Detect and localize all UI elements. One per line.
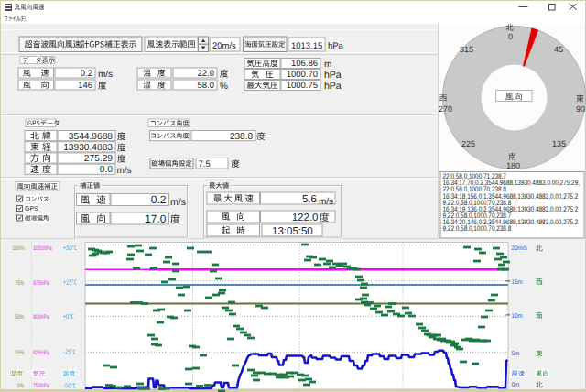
svg-text:13930.4883: 13930.4883 [63,143,113,153]
svg-text:975hPa: 975hPa [33,280,49,287]
svg-text:0: 0 [508,32,513,41]
svg-text:0.0: 0.0 [100,165,113,175]
svg-text:9,22.0,58.0,1000.70,238.8: 9,22.0,58.0,1000.70,238.8 [443,224,512,233]
svg-text:750hPa: 750hPa [33,383,49,389]
svg-text:m/s: m/s [98,70,113,80]
svg-text:100%: 100% [12,245,24,252]
svg-text:%: % [220,82,228,92]
svg-text:10m: 10m [512,313,523,320]
svg-text:238.8: 238.8 [230,132,253,142]
svg-text:15m: 15m [512,279,523,286]
svg-text:0%: 0% [17,383,25,389]
svg-text:20m/s: 20m/s [512,245,528,252]
svg-text:hPa: hPa [328,41,344,51]
svg-text:315: 315 [460,45,473,54]
svg-text:hPa: hPa [324,70,342,81]
svg-text:122.0: 122.0 [292,212,319,223]
svg-text:3544.9688: 3544.9688 [69,132,113,142]
svg-text:1013.15: 1013.15 [291,41,322,51]
svg-text:1000.75: 1000.75 [287,81,318,91]
svg-text:146: 146 [78,81,92,91]
svg-text:106.86: 106.86 [291,59,318,69]
svg-text:75%: 75% [15,280,25,287]
svg-text:1050hPa: 1050hPa [33,245,52,252]
svg-text:135: 135 [552,139,566,148]
svg-text:m/s: m/s [117,166,132,176]
svg-text:13:05:50: 13:05:50 [272,226,313,237]
svg-text:180: 180 [506,161,520,170]
svg-text:22.0: 22.0 [198,69,215,79]
svg-text:5m: 5m [512,351,520,357]
svg-text:GPS: GPS [25,206,38,212]
svg-text:0m: 0m [512,382,520,388]
svg-text:58.0: 58.0 [198,81,215,91]
svg-text:50%: 50% [15,314,25,321]
svg-text:1000.70: 1000.70 [287,70,318,80]
svg-text:90: 90 [576,104,585,114]
svg-text:25%: 25% [15,350,25,356]
svg-text:45: 45 [554,45,563,54]
svg-text:270: 270 [439,104,452,114]
svg-text:20m/s: 20m/s [212,41,236,51]
svg-text:m/s: m/s [170,197,186,208]
svg-text:275.29: 275.29 [84,154,113,164]
svg-text:m: m [324,60,331,70]
svg-text:7.5: 7.5 [199,159,211,169]
svg-text:225: 225 [461,139,475,148]
svg-text:825hPa: 825hPa [33,350,49,356]
svg-text:17.0: 17.0 [145,212,167,225]
svg-text:900hPa: 900hPa [33,314,49,321]
svg-text:m/s: m/s [319,197,333,207]
svg-text:5.6: 5.6 [302,194,317,205]
svg-text:0.2: 0.2 [81,69,92,79]
svg-text:hPa: hPa [324,81,342,92]
svg-text:0.2: 0.2 [151,193,167,206]
